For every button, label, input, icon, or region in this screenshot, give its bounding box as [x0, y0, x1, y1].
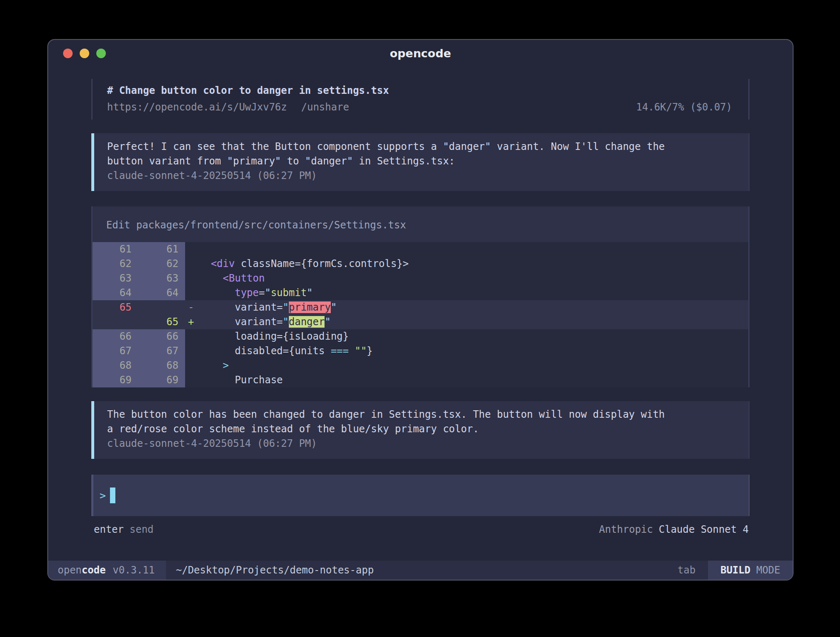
opencode-window: opencode # Change button color to danger…: [47, 39, 794, 581]
code-token: danger: [289, 316, 325, 328]
diff-row: 65- variant="primary": [93, 300, 748, 315]
diff-row: 6868 >: [93, 358, 748, 373]
code-token: [199, 360, 223, 371]
line-number-gutter: 6767: [93, 344, 185, 358]
assistant-message-model-line: claude-sonnet-4-20250514 (06:27 PM): [107, 436, 736, 451]
code-token: variant=: [199, 316, 283, 328]
send-action-label: send: [129, 524, 154, 535]
diff-row: 6969 Purchase: [93, 373, 748, 387]
model-indicator: AnthropicClaude Sonnet 4: [599, 522, 749, 537]
input-hint-row: entersend AnthropicClaude Sonnet 4: [91, 522, 750, 537]
session-links: https://opencode.ai/s/UwJxv76z/unshare: [107, 99, 349, 115]
old-line-number: 63: [93, 271, 132, 286]
new-line-number: 68: [132, 358, 178, 373]
code-token: }: [367, 345, 373, 357]
app-name-bold: code: [82, 564, 106, 576]
code-token: ": [325, 316, 330, 328]
assistant-message-1: Perfect! I can see that the Button compo…: [91, 133, 750, 191]
zoom-window-button[interactable]: [96, 49, 106, 58]
code-token: className={formCs.controls}>: [235, 258, 409, 270]
line-number-gutter: 6868: [93, 358, 185, 373]
status-bar: opencodev0.3.11 ~/Desktop/Projects/demo-…: [48, 561, 793, 580]
share-url-link[interactable]: https://opencode.ai/s/UwJxv76z: [107, 101, 287, 113]
prompt-input[interactable]: >: [91, 475, 750, 516]
new-line-number: 63: [132, 271, 178, 286]
text-cursor: [110, 488, 115, 503]
code-line: disabled={units === ""}: [199, 344, 748, 358]
context-usage-meta: 14.6K/7% ($0.07): [636, 99, 732, 115]
minimize-window-button[interactable]: [80, 49, 89, 58]
line-number-gutter: 6666: [93, 329, 185, 344]
code-token: loading={isLoading}: [199, 331, 349, 342]
prompt-symbol: >: [100, 490, 106, 502]
send-hint: entersend: [94, 522, 154, 537]
diff-marker: [185, 329, 199, 344]
diff-marker: [185, 344, 199, 358]
old-line-number: 66: [93, 329, 132, 344]
code-token: Purchase: [199, 374, 283, 386]
mode-suffix: MODE: [756, 564, 780, 576]
line-number-gutter: 65: [93, 300, 185, 315]
diff-row: 6666 loading={isLoading}: [93, 329, 748, 344]
line-number-gutter: 6262: [93, 257, 185, 271]
file-edit-tool-block: Edit packages/frontend/src/containers/Se…: [91, 206, 750, 387]
diff-row: 65+ variant="danger": [93, 315, 748, 329]
enter-key-hint: enter: [94, 524, 124, 535]
new-line-number: 66: [132, 329, 178, 344]
code-token: ": [331, 301, 337, 313]
app-version-chip: opencodev0.3.11: [48, 561, 166, 580]
line-number-gutter: 6363: [93, 271, 185, 286]
code-token: ": [283, 301, 288, 313]
code-token: ===: [331, 345, 349, 357]
diff-marker: [185, 286, 199, 300]
session-subheader: https://opencode.ai/s/UwJxv76z/unshare 1…: [107, 99, 734, 115]
assistant-message-2: The button color has been changed to dan…: [91, 401, 750, 459]
diff-row: 6767 disabled={units === ""}: [93, 344, 748, 358]
diff-row: 6161: [93, 242, 748, 257]
diff-row: 6262 <div className={formCs.controls}>: [93, 257, 748, 271]
diff-table: 6161 6262 <div className={formCs.control…: [93, 242, 748, 387]
code-token: =": [259, 287, 271, 299]
code-line: Purchase: [199, 373, 748, 387]
assistant-message-text: Perfect! I can see that the Button compo…: [107, 140, 736, 169]
model-name: Claude Sonnet 4: [659, 524, 749, 535]
line-number-gutter: 6969: [93, 373, 185, 387]
code-line: >: [199, 358, 748, 373]
tab-key-hint: tab: [678, 561, 696, 580]
code-token: "": [355, 345, 367, 357]
diff-row: 6464 type="submit": [93, 286, 748, 300]
old-line-number: 62: [93, 257, 132, 271]
code-line: variant="primary": [199, 300, 748, 315]
diff-marker: [185, 373, 199, 387]
code-token: ": [307, 287, 313, 299]
statusbar-spacer: [374, 561, 678, 580]
code-line: [199, 242, 748, 257]
new-line-number: 64: [132, 286, 178, 300]
session-title: # Change button color to danger in setti…: [107, 82, 734, 99]
code-line: variant="danger": [199, 315, 748, 329]
code-line: loading={isLoading}: [199, 329, 748, 344]
code-token: [199, 287, 235, 299]
old-line-number: 64: [93, 286, 132, 300]
mode-toggle-chip[interactable]: BUILDMODE: [708, 561, 793, 580]
code-token: disabled={units: [199, 345, 331, 357]
new-line-number: 65: [132, 315, 178, 329]
close-window-button[interactable]: [63, 49, 73, 58]
unshare-command[interactable]: /unshare: [301, 101, 349, 113]
code-token: [199, 272, 223, 284]
old-line-number: 69: [93, 373, 132, 387]
code-line: type="submit": [199, 286, 748, 300]
code-token: type: [235, 287, 259, 299]
diff-marker: [185, 257, 199, 271]
old-line-number: 68: [93, 358, 132, 373]
new-line-number: 67: [132, 344, 178, 358]
old-line-number: 65: [93, 300, 132, 315]
old-line-number: 61: [93, 242, 132, 257]
assistant-message-model-line: claude-sonnet-4-20250514 (06:27 PM): [107, 169, 736, 183]
mode-name: BUILD: [720, 564, 750, 576]
app-name-light: open: [58, 564, 82, 576]
new-line-number: 69: [132, 373, 178, 387]
code-token: variant=: [199, 301, 283, 313]
terminal-content: # Change button color to danger in setti…: [48, 66, 793, 561]
window-titlebar: opencode: [48, 40, 793, 66]
